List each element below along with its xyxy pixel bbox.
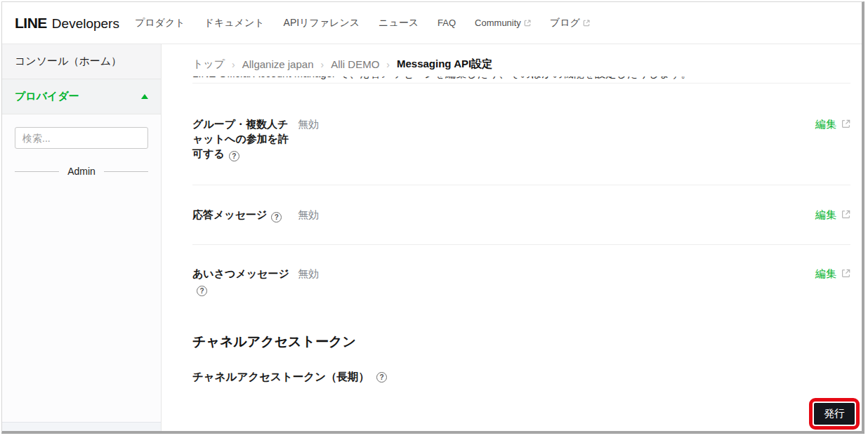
setting-label: あいさつメッセージ? xyxy=(192,266,291,296)
red-annotation-box: 発行 xyxy=(809,398,860,430)
top-navbar: LINE Developers プロダクト ドキュメント APIリファレンス ニ… xyxy=(2,2,862,44)
nav-faq[interactable]: FAQ xyxy=(438,18,456,28)
setting-row-auto-reply: 応答メッセージ? 無効 編集 xyxy=(192,185,850,244)
external-link-icon xyxy=(583,20,590,27)
setting-action: 編集 xyxy=(815,207,850,222)
main-nav: プロダクト ドキュメント APIリファレンス ニュース FAQ Communit… xyxy=(135,17,590,29)
breadcrumb-top[interactable]: トップ xyxy=(192,58,225,71)
nav-community[interactable]: Community xyxy=(475,18,531,28)
setting-row-group-chat: グループ・複数人チャットへの参加を許可する? 無効 編集 xyxy=(192,84,850,185)
edit-link[interactable]: 編集 xyxy=(815,207,836,222)
section-heading-channel-access-token: チャネルアクセストークン xyxy=(192,333,850,351)
sidebar-item-console-home[interactable]: コンソール（ホーム） xyxy=(2,44,161,79)
external-link-icon xyxy=(841,269,850,278)
help-icon[interactable]: ? xyxy=(376,372,387,383)
edit-link[interactable]: 編集 xyxy=(815,117,836,131)
breadcrumb-channel[interactable]: Alli DEMO xyxy=(331,58,379,70)
chevron-up-icon xyxy=(141,94,148,99)
line-developers-logo[interactable]: LINE Developers xyxy=(15,15,119,32)
external-link-icon xyxy=(841,119,850,128)
nav-documents[interactable]: ドキュメント xyxy=(204,17,265,29)
nav-api-reference[interactable]: APIリファレンス xyxy=(284,17,360,29)
nav-news[interactable]: ニュース xyxy=(379,17,419,29)
sidebar: コンソール（ホーム） プロバイダー Admin xyxy=(2,44,162,431)
logo-line-text: LINE xyxy=(15,15,47,32)
divider-line xyxy=(104,171,148,172)
sidebar-item-provider[interactable]: プロバイダー xyxy=(2,79,161,114)
setting-value: 無効 xyxy=(298,207,319,222)
setting-value: 無効 xyxy=(298,117,319,131)
admin-label: Admin xyxy=(67,166,96,177)
admin-section-divider: Admin xyxy=(2,166,161,177)
setting-label: グループ・複数人チャットへの参加を許可する? xyxy=(192,117,291,161)
setting-row-greeting: あいさつメッセージ? 無効 編集 xyxy=(192,245,850,296)
token-label: チャネルアクセストークン（長期） xyxy=(192,370,369,385)
page-frame: LINE Developers プロダクト ドキュメント APIリファレンス ニ… xyxy=(1,1,864,434)
help-icon[interactable]: ? xyxy=(229,151,239,161)
setting-action: 編集 xyxy=(815,117,850,131)
sidebar-spacer xyxy=(2,177,161,422)
breadcrumb: トップ › Allganize japan › Alli DEMO › Mess… xyxy=(192,44,850,72)
help-icon[interactable]: ? xyxy=(197,286,207,296)
provider-search xyxy=(2,114,161,149)
sidebar-footer xyxy=(2,422,161,431)
breadcrumb-separator: › xyxy=(320,59,324,70)
help-icon[interactable]: ? xyxy=(271,212,282,223)
setting-label: 応答メッセージ? xyxy=(192,207,291,223)
divider-line xyxy=(15,171,59,172)
breadcrumb-current-page: Messaging API設定 xyxy=(397,58,492,71)
issue-token-button[interactable]: 発行 xyxy=(814,403,855,425)
main-content: トップ › Allganize japan › Alli DEMO › Mess… xyxy=(162,44,862,431)
nav-products[interactable]: プロダクト xyxy=(135,17,185,29)
search-input[interactable] xyxy=(15,127,148,149)
token-long-lived-row: チャネルアクセストークン（長期） ? xyxy=(192,370,850,385)
nav-blog[interactable]: ブログ xyxy=(550,17,590,29)
breadcrumb-separator: › xyxy=(232,59,235,70)
logo-developers-text: Developers xyxy=(52,16,119,32)
breadcrumb-provider[interactable]: Allganize japan xyxy=(242,58,314,70)
setting-action: 編集 xyxy=(815,266,850,281)
clipped-intro-text: LINE Official Account Manager で、応答メッセージを… xyxy=(192,77,850,83)
setting-value: 無効 xyxy=(298,266,319,281)
external-link-icon xyxy=(524,20,531,27)
edit-link[interactable]: 編集 xyxy=(815,266,836,281)
external-link-icon xyxy=(841,210,850,219)
breadcrumb-separator: › xyxy=(386,59,390,70)
